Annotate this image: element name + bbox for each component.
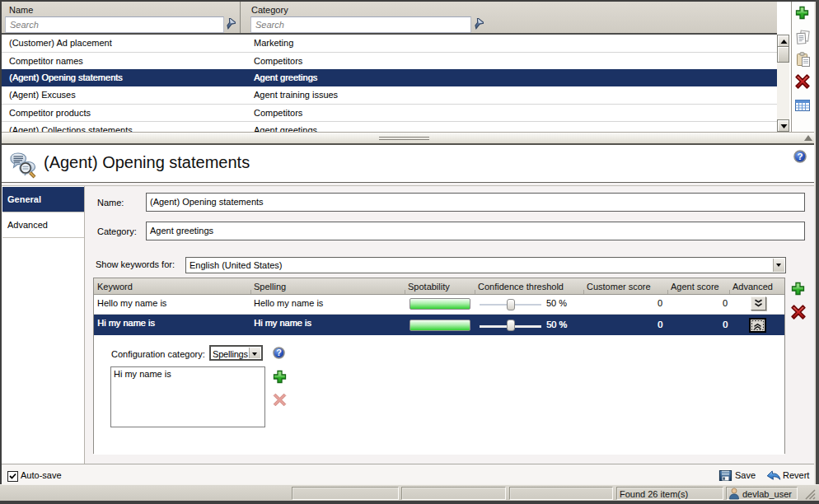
- svg-text:?: ?: [276, 348, 282, 357]
- svg-text:?: ?: [797, 152, 803, 161]
